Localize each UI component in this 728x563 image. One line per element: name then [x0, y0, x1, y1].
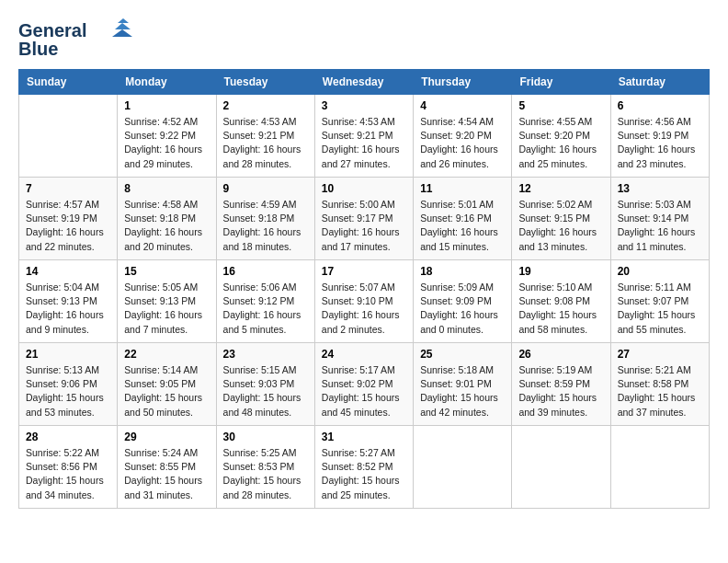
calendar-cell: [19, 95, 118, 178]
cell-content: Sunrise: 5:10 AM Sunset: 9:08 PM Dayligh…: [518, 281, 603, 337]
day-number: 20: [618, 265, 702, 278]
cell-content: Sunrise: 5:19 AM Sunset: 8:59 PM Dayligh…: [518, 363, 603, 419]
calendar-cell: 14Sunrise: 5:04 AM Sunset: 9:13 PM Dayli…: [19, 260, 118, 343]
day-number: 24: [322, 348, 406, 361]
calendar-cell: 26Sunrise: 5:19 AM Sunset: 8:59 PM Dayli…: [512, 343, 610, 426]
cell-content: Sunrise: 5:27 AM Sunset: 8:52 PM Dayligh…: [322, 446, 406, 502]
calendar-cell: 20Sunrise: 5:11 AM Sunset: 9:07 PM Dayli…: [610, 260, 709, 343]
calendar-cell: [512, 426, 610, 509]
cell-content: Sunrise: 5:24 AM Sunset: 8:55 PM Dayligh…: [124, 446, 209, 502]
day-number: 5: [518, 99, 603, 112]
day-number: 15: [124, 265, 209, 278]
cell-content: Sunrise: 4:53 AM Sunset: 9:21 PM Dayligh…: [322, 115, 406, 171]
cell-content: Sunrise: 5:22 AM Sunset: 8:56 PM Dayligh…: [26, 446, 110, 502]
calendar-cell: 21Sunrise: 5:13 AM Sunset: 9:06 PM Dayli…: [19, 343, 118, 426]
calendar-cell: 7Sunrise: 4:57 AM Sunset: 9:19 PM Daylig…: [19, 178, 118, 260]
calendar-cell: 4Sunrise: 4:54 AM Sunset: 9:20 PM Daylig…: [414, 95, 512, 178]
week-row-4: 21Sunrise: 5:13 AM Sunset: 9:06 PM Dayli…: [19, 343, 710, 426]
cell-content: Sunrise: 5:01 AM Sunset: 9:16 PM Dayligh…: [420, 198, 505, 254]
svg-marker-4: [112, 29, 132, 37]
calendar-cell: 1Sunrise: 4:52 AM Sunset: 9:22 PM Daylig…: [118, 95, 216, 178]
cell-content: Sunrise: 5:14 AM Sunset: 9:05 PM Dayligh…: [124, 363, 209, 419]
cell-content: Sunrise: 5:17 AM Sunset: 9:02 PM Dayligh…: [322, 363, 406, 419]
day-number: 25: [420, 348, 505, 361]
calendar-cell: 25Sunrise: 5:18 AM Sunset: 9:01 PM Dayli…: [414, 343, 512, 426]
cell-content: Sunrise: 5:00 AM Sunset: 9:17 PM Dayligh…: [322, 198, 406, 254]
day-number: 16: [223, 265, 308, 278]
calendar-cell: 5Sunrise: 4:55 AM Sunset: 9:20 PM Daylig…: [512, 95, 610, 178]
day-number: 31: [322, 431, 406, 443]
cell-content: Sunrise: 5:25 AM Sunset: 8:53 PM Dayligh…: [223, 446, 308, 502]
calendar-cell: 28Sunrise: 5:22 AM Sunset: 8:56 PM Dayli…: [19, 426, 118, 509]
svg-marker-2: [118, 18, 129, 23]
day-number: 21: [26, 348, 110, 361]
cell-content: Sunrise: 5:05 AM Sunset: 9:13 PM Dayligh…: [124, 281, 209, 337]
calendar-cell: 29Sunrise: 5:24 AM Sunset: 8:55 PM Dayli…: [118, 426, 216, 509]
day-number: 22: [124, 348, 209, 361]
day-number: 18: [420, 265, 505, 278]
calendar-cell: 12Sunrise: 5:02 AM Sunset: 9:15 PM Dayli…: [512, 178, 610, 260]
day-header-friday: Friday: [512, 70, 610, 95]
cell-content: Sunrise: 4:56 AM Sunset: 9:19 PM Dayligh…: [618, 115, 702, 171]
calendar-cell: 24Sunrise: 5:17 AM Sunset: 9:02 PM Dayli…: [314, 343, 413, 426]
cell-content: Sunrise: 4:54 AM Sunset: 9:20 PM Dayligh…: [420, 115, 505, 171]
calendar-cell: 15Sunrise: 5:05 AM Sunset: 9:13 PM Dayli…: [118, 260, 216, 343]
page-header: GeneralBlue: [18, 18, 710, 60]
day-header-monday: Monday: [118, 70, 216, 95]
day-number: 12: [518, 182, 603, 195]
cell-content: Sunrise: 5:11 AM Sunset: 9:07 PM Dayligh…: [618, 281, 702, 337]
calendar-cell: 3Sunrise: 4:53 AM Sunset: 9:21 PM Daylig…: [314, 95, 413, 178]
svg-marker-3: [115, 23, 131, 29]
calendar-cell: 22Sunrise: 5:14 AM Sunset: 9:05 PM Dayli…: [118, 343, 216, 426]
day-header-wednesday: Wednesday: [314, 70, 413, 95]
cell-content: Sunrise: 4:57 AM Sunset: 9:19 PM Dayligh…: [26, 198, 110, 254]
calendar-cell: 8Sunrise: 4:58 AM Sunset: 9:18 PM Daylig…: [118, 178, 216, 260]
cell-content: Sunrise: 4:52 AM Sunset: 9:22 PM Dayligh…: [124, 115, 209, 171]
header-row: SundayMondayTuesdayWednesdayThursdayFrid…: [19, 70, 710, 95]
calendar-cell: 18Sunrise: 5:09 AM Sunset: 9:09 PM Dayli…: [414, 260, 512, 343]
day-number: 7: [26, 182, 110, 195]
day-header-saturday: Saturday: [610, 70, 709, 95]
day-number: 6: [618, 99, 702, 112]
cell-content: Sunrise: 5:15 AM Sunset: 9:03 PM Dayligh…: [223, 363, 308, 419]
calendar-cell: 31Sunrise: 5:27 AM Sunset: 8:52 PM Dayli…: [314, 426, 413, 509]
day-number: 9: [223, 182, 308, 195]
calendar-cell: 23Sunrise: 5:15 AM Sunset: 9:03 PM Dayli…: [216, 343, 314, 426]
day-header-thursday: Thursday: [414, 70, 512, 95]
cell-content: Sunrise: 5:13 AM Sunset: 9:06 PM Dayligh…: [26, 363, 110, 419]
svg-text:Blue: Blue: [18, 39, 58, 59]
day-number: 3: [322, 99, 406, 112]
cell-content: Sunrise: 5:02 AM Sunset: 9:15 PM Dayligh…: [518, 198, 603, 254]
calendar-cell: [610, 426, 709, 509]
day-number: 23: [223, 348, 308, 361]
calendar-cell: 11Sunrise: 5:01 AM Sunset: 9:16 PM Dayli…: [414, 178, 512, 260]
day-number: 10: [322, 182, 406, 195]
logo-svg: GeneralBlue: [18, 18, 138, 60]
cell-content: Sunrise: 4:58 AM Sunset: 9:18 PM Dayligh…: [124, 198, 209, 254]
cell-content: Sunrise: 5:07 AM Sunset: 9:10 PM Dayligh…: [322, 281, 406, 337]
day-number: 14: [26, 265, 110, 278]
calendar-cell: [414, 426, 512, 509]
calendar-cell: 30Sunrise: 5:25 AM Sunset: 8:53 PM Dayli…: [216, 426, 314, 509]
day-number: 8: [124, 182, 209, 195]
calendar-cell: 27Sunrise: 5:21 AM Sunset: 8:58 PM Dayli…: [610, 343, 709, 426]
day-number: 27: [618, 348, 702, 361]
cell-content: Sunrise: 4:53 AM Sunset: 9:21 PM Dayligh…: [223, 115, 308, 171]
day-number: 2: [223, 99, 308, 112]
week-row-3: 14Sunrise: 5:04 AM Sunset: 9:13 PM Dayli…: [19, 260, 710, 343]
logo: GeneralBlue: [18, 18, 138, 60]
day-number: 29: [124, 431, 209, 443]
calendar-cell: 16Sunrise: 5:06 AM Sunset: 9:12 PM Dayli…: [216, 260, 314, 343]
calendar-cell: 6Sunrise: 4:56 AM Sunset: 9:19 PM Daylig…: [610, 95, 709, 178]
day-header-tuesday: Tuesday: [216, 70, 314, 95]
calendar-cell: 10Sunrise: 5:00 AM Sunset: 9:17 PM Dayli…: [314, 178, 413, 260]
day-number: 19: [518, 265, 603, 278]
cell-content: Sunrise: 4:55 AM Sunset: 9:20 PM Dayligh…: [518, 115, 603, 171]
calendar-cell: 19Sunrise: 5:10 AM Sunset: 9:08 PM Dayli…: [512, 260, 610, 343]
svg-text:General: General: [18, 20, 86, 40]
cell-content: Sunrise: 5:21 AM Sunset: 8:58 PM Dayligh…: [618, 363, 702, 419]
cell-content: Sunrise: 5:09 AM Sunset: 9:09 PM Dayligh…: [420, 281, 505, 337]
cell-content: Sunrise: 4:59 AM Sunset: 9:18 PM Dayligh…: [223, 198, 308, 254]
calendar-cell: 9Sunrise: 4:59 AM Sunset: 9:18 PM Daylig…: [216, 178, 314, 260]
day-number: 28: [26, 431, 110, 443]
